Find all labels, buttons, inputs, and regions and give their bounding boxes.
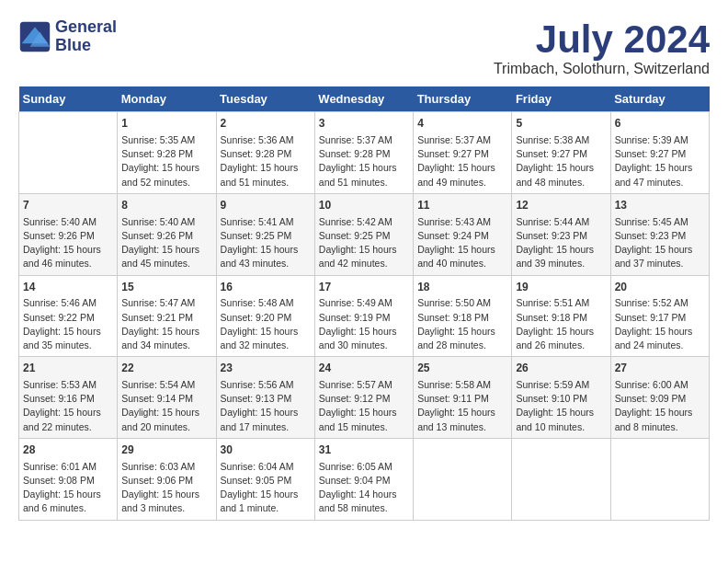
calendar-cell: 30Sunrise: 6:04 AM Sunset: 9:05 PM Dayli…	[216, 438, 314, 520]
day-number: 9	[221, 198, 311, 213]
day-number: 28	[23, 442, 113, 458]
logo-icon	[18, 20, 51, 53]
week-row: 14Sunrise: 5:46 AM Sunset: 9:22 PM Dayli…	[19, 275, 710, 357]
calendar-table: SundayMondayTuesdayWednesdayThursdayFrid…	[18, 86, 710, 520]
cell-content: Sunrise: 5:40 AM Sunset: 9:26 PM Dayligh…	[23, 215, 113, 271]
day-number: 11	[417, 198, 507, 213]
day-number: 16	[221, 280, 311, 295]
cell-content: Sunrise: 5:53 AM Sunset: 9:16 PM Dayligh…	[23, 378, 113, 434]
cell-content: Sunrise: 5:44 AM Sunset: 9:23 PM Dayligh…	[516, 215, 606, 271]
cell-content: Sunrise: 5:52 AM Sunset: 9:17 PM Dayligh…	[615, 296, 705, 352]
day-number: 1	[121, 116, 211, 132]
calendar-cell: 3Sunrise: 5:37 AM Sunset: 9:28 PM Daylig…	[314, 112, 413, 194]
cell-content: Sunrise: 5:37 AM Sunset: 9:28 PM Dayligh…	[319, 133, 409, 190]
calendar-cell: 14Sunrise: 5:46 AM Sunset: 9:22 PM Dayli…	[19, 275, 118, 357]
day-number: 4	[417, 116, 507, 132]
calendar-cell: 9Sunrise: 5:41 AM Sunset: 9:25 PM Daylig…	[216, 193, 314, 275]
day-number: 15	[121, 280, 211, 295]
logo: General Blue	[18, 18, 117, 55]
week-row: 7Sunrise: 5:40 AM Sunset: 9:26 PM Daylig…	[19, 193, 710, 275]
day-number: 17	[319, 280, 409, 295]
cell-content: Sunrise: 5:38 AM Sunset: 9:27 PM Dayligh…	[516, 133, 606, 190]
day-number: 20	[615, 280, 705, 295]
calendar-cell	[414, 438, 512, 520]
cell-content: Sunrise: 5:36 AM Sunset: 9:28 PM Dayligh…	[221, 133, 311, 190]
day-number: 6	[615, 116, 705, 132]
cell-content: Sunrise: 5:49 AM Sunset: 9:19 PM Dayligh…	[319, 296, 409, 352]
day-number: 24	[319, 361, 409, 376]
cell-content: Sunrise: 5:46 AM Sunset: 9:22 PM Dayligh…	[23, 296, 113, 352]
header-cell-saturday: Saturday	[610, 86, 709, 112]
calendar-cell: 17Sunrise: 5:49 AM Sunset: 9:19 PM Dayli…	[314, 275, 413, 357]
cell-content: Sunrise: 5:59 AM Sunset: 9:10 PM Dayligh…	[516, 378, 606, 434]
calendar-cell: 29Sunrise: 6:03 AM Sunset: 9:06 PM Dayli…	[118, 438, 216, 520]
day-number: 3	[319, 116, 409, 132]
title-area: July 2024 Trimbach, Solothurn, Switzerla…	[494, 18, 710, 77]
day-number: 22	[121, 361, 211, 376]
logo-text-line1: General	[55, 18, 117, 37]
day-number: 2	[221, 116, 311, 132]
week-row: 28Sunrise: 6:01 AM Sunset: 9:08 PM Dayli…	[19, 438, 710, 520]
cell-content: Sunrise: 6:01 AM Sunset: 9:08 PM Dayligh…	[23, 460, 113, 516]
day-number: 31	[319, 442, 409, 458]
calendar-cell: 23Sunrise: 5:56 AM Sunset: 9:13 PM Dayli…	[216, 357, 314, 439]
cell-content: Sunrise: 5:39 AM Sunset: 9:27 PM Dayligh…	[615, 133, 705, 190]
day-number: 21	[23, 361, 113, 376]
calendar-cell	[19, 112, 118, 194]
day-number: 29	[121, 442, 211, 458]
header-row: SundayMondayTuesdayWednesdayThursdayFrid…	[19, 86, 710, 112]
calendar-cell: 5Sunrise: 5:38 AM Sunset: 9:27 PM Daylig…	[512, 112, 610, 194]
calendar-header: SundayMondayTuesdayWednesdayThursdayFrid…	[19, 86, 710, 112]
cell-content: Sunrise: 5:48 AM Sunset: 9:20 PM Dayligh…	[221, 296, 311, 352]
day-number: 26	[516, 361, 606, 376]
calendar-cell: 4Sunrise: 5:37 AM Sunset: 9:27 PM Daylig…	[414, 112, 512, 194]
cell-content: Sunrise: 5:58 AM Sunset: 9:11 PM Dayligh…	[417, 378, 507, 434]
cell-content: Sunrise: 5:37 AM Sunset: 9:27 PM Dayligh…	[417, 133, 507, 190]
subtitle: Trimbach, Solothurn, Switzerland	[494, 61, 710, 77]
header-cell-sunday: Sunday	[19, 86, 118, 112]
day-number: 5	[516, 116, 606, 132]
calendar-cell	[610, 438, 709, 520]
cell-content: Sunrise: 5:35 AM Sunset: 9:28 PM Dayligh…	[121, 133, 211, 190]
calendar-cell: 12Sunrise: 5:44 AM Sunset: 9:23 PM Dayli…	[512, 193, 610, 275]
calendar-cell: 11Sunrise: 5:43 AM Sunset: 9:24 PM Dayli…	[414, 193, 512, 275]
calendar-cell: 25Sunrise: 5:58 AM Sunset: 9:11 PM Dayli…	[414, 357, 512, 439]
header-cell-tuesday: Tuesday	[216, 86, 314, 112]
cell-content: Sunrise: 5:56 AM Sunset: 9:13 PM Dayligh…	[221, 378, 311, 434]
header-cell-monday: Monday	[118, 86, 216, 112]
day-number: 10	[319, 198, 409, 213]
calendar-cell: 8Sunrise: 5:40 AM Sunset: 9:26 PM Daylig…	[118, 193, 216, 275]
cell-content: Sunrise: 6:05 AM Sunset: 9:04 PM Dayligh…	[319, 460, 409, 516]
calendar-cell	[512, 438, 610, 520]
calendar-cell: 7Sunrise: 5:40 AM Sunset: 9:26 PM Daylig…	[19, 193, 118, 275]
cell-content: Sunrise: 5:41 AM Sunset: 9:25 PM Dayligh…	[221, 215, 311, 271]
calendar-cell: 13Sunrise: 5:45 AM Sunset: 9:23 PM Dayli…	[610, 193, 709, 275]
cell-content: Sunrise: 6:03 AM Sunset: 9:06 PM Dayligh…	[121, 460, 211, 516]
calendar-cell: 6Sunrise: 5:39 AM Sunset: 9:27 PM Daylig…	[610, 112, 709, 194]
day-number: 12	[516, 198, 606, 213]
day-number: 7	[23, 198, 113, 213]
main-title: July 2024	[494, 18, 710, 61]
cell-content: Sunrise: 5:45 AM Sunset: 9:23 PM Dayligh…	[615, 215, 705, 271]
cell-content: Sunrise: 5:54 AM Sunset: 9:14 PM Dayligh…	[121, 378, 211, 434]
calendar-cell: 18Sunrise: 5:50 AM Sunset: 9:18 PM Dayli…	[414, 275, 512, 357]
cell-content: Sunrise: 5:47 AM Sunset: 9:21 PM Dayligh…	[121, 296, 211, 352]
cell-content: Sunrise: 6:00 AM Sunset: 9:09 PM Dayligh…	[615, 378, 705, 434]
calendar-cell: 31Sunrise: 6:05 AM Sunset: 9:04 PM Dayli…	[314, 438, 413, 520]
calendar-cell: 16Sunrise: 5:48 AM Sunset: 9:20 PM Dayli…	[216, 275, 314, 357]
calendar-cell: 15Sunrise: 5:47 AM Sunset: 9:21 PM Dayli…	[118, 275, 216, 357]
calendar-cell: 1Sunrise: 5:35 AM Sunset: 9:28 PM Daylig…	[118, 112, 216, 194]
week-row: 1Sunrise: 5:35 AM Sunset: 9:28 PM Daylig…	[19, 112, 710, 194]
cell-content: Sunrise: 5:50 AM Sunset: 9:18 PM Dayligh…	[417, 296, 507, 352]
calendar-cell: 28Sunrise: 6:01 AM Sunset: 9:08 PM Dayli…	[19, 438, 118, 520]
header-cell-thursday: Thursday	[414, 86, 512, 112]
day-number: 13	[615, 198, 705, 213]
header-cell-friday: Friday	[512, 86, 610, 112]
header: General Blue July 2024 Trimbach, Solothu…	[18, 18, 710, 77]
day-number: 14	[23, 280, 113, 295]
cell-content: Sunrise: 5:57 AM Sunset: 9:12 PM Dayligh…	[319, 378, 409, 434]
cell-content: Sunrise: 6:04 AM Sunset: 9:05 PM Dayligh…	[221, 460, 311, 516]
cell-content: Sunrise: 5:51 AM Sunset: 9:18 PM Dayligh…	[516, 296, 606, 352]
cell-content: Sunrise: 5:42 AM Sunset: 9:25 PM Dayligh…	[319, 215, 409, 271]
day-number: 8	[121, 198, 211, 213]
